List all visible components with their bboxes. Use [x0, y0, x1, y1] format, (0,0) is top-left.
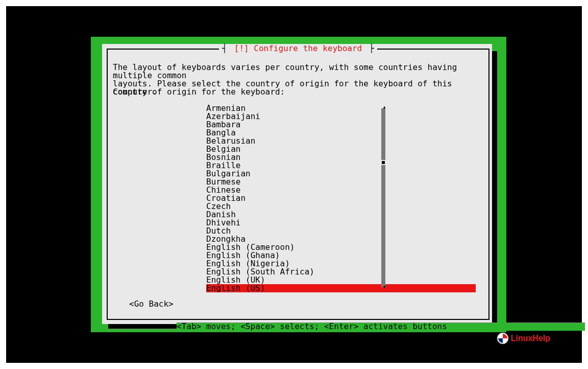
watermark-text: LinuxHelp — [511, 334, 550, 342]
black-frame: ┤[!] Configure the keyboard├ The layout … — [6, 6, 582, 363]
linux-help-logo-icon — [497, 332, 509, 344]
help-bar: <Tab> moves; <Space> selects; <Enter> ac… — [177, 322, 585, 331]
watermark: LinuxHelp — [497, 332, 550, 344]
